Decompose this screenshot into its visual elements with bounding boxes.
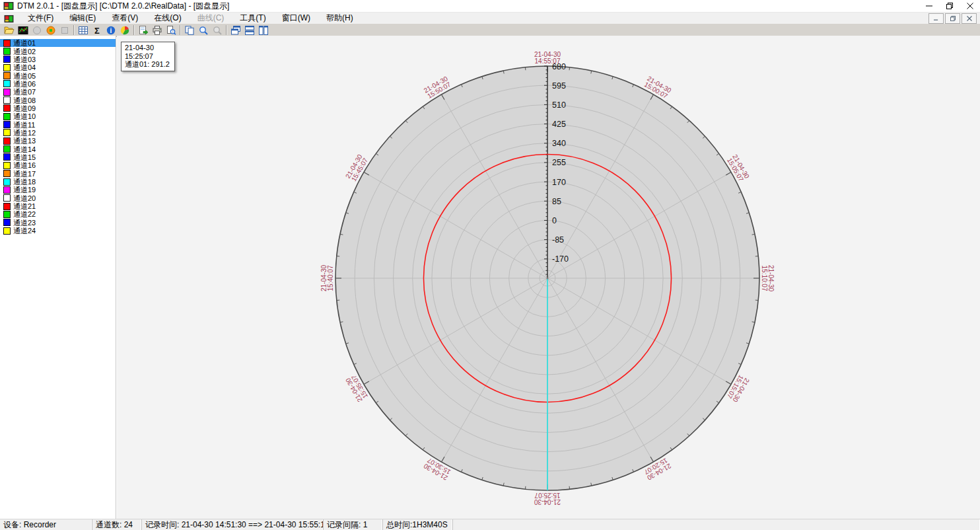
channel-label: 通道16 [13, 161, 36, 169]
channel-color-swatch [3, 145, 11, 153]
channel-color-swatch [3, 178, 11, 186]
channel-item-06[interactable]: 通道06 [0, 80, 116, 88]
menu-item-3[interactable]: 查看(V) [104, 12, 146, 24]
channel-color-swatch [3, 219, 11, 226]
open-folder-button[interactable] [2, 24, 16, 36]
channel-item-12[interactable]: 通道12 [0, 129, 116, 137]
channel-item-14[interactable]: 通道14 [0, 145, 116, 153]
menu-item-1[interactable]: 文件(F) [20, 12, 61, 24]
status-bar: 设备: Recorder通道数: 24记录时间: 21-04-30 14:51:… [0, 519, 980, 530]
find-next-button [210, 24, 224, 36]
svg-text:i: i [110, 26, 112, 34]
tooltip-time: 15:25:07 [125, 52, 170, 61]
polar-chart[interactable]: 680595510425340255170850-85-17021-04-301… [117, 36, 980, 519]
channel-item-09[interactable]: 通道09 [0, 104, 116, 112]
sum-button[interactable]: Σ [90, 24, 104, 36]
sum-icon: Σ [92, 25, 102, 36]
menu-item-2[interactable]: 编辑(E) [61, 12, 104, 24]
channel-item-04[interactable]: 通道04 [0, 63, 116, 71]
channel-color-swatch [3, 80, 11, 87]
data-table-button[interactable] [76, 24, 90, 36]
mdi-child-icon[interactable] [4, 14, 15, 22]
channel-label: 通道05 [13, 72, 36, 80]
copy-button[interactable] [182, 24, 196, 36]
axis-tick-label: 85 [552, 197, 561, 206]
channel-item-08[interactable]: 通道08 [0, 96, 116, 104]
channel-label: 通道24 [13, 227, 36, 235]
tile-horizontal-button[interactable] [242, 24, 256, 36]
menu-item-4[interactable]: 在线(O) [146, 12, 189, 24]
channel-item-07[interactable]: 通道07 [0, 88, 116, 96]
mdi-close-button[interactable] [962, 13, 977, 24]
channel-item-22[interactable]: 通道22 [0, 210, 116, 218]
channel-item-16[interactable]: 通道16 [0, 161, 116, 169]
close-button[interactable] [960, 0, 980, 12]
channel-label: 通道07 [13, 88, 36, 96]
channel-label: 通道13 [13, 137, 36, 145]
info-button[interactable]: i [104, 24, 118, 36]
axis-tick-label: 340 [552, 139, 566, 148]
channel-item-01[interactable]: 通道01 [0, 39, 116, 47]
menu-item-6[interactable]: 工具(T) [232, 12, 273, 24]
channel-label: 通道23 [13, 219, 36, 227]
channel-item-05[interactable]: 通道05 [0, 71, 116, 79]
channel-color-swatch [3, 48, 11, 55]
channel-label: 通道09 [13, 104, 36, 112]
record-active-button[interactable] [44, 24, 57, 36]
toolbar: Σi [0, 24, 980, 37]
axis-tick-label: -170 [552, 254, 569, 264]
channel-item-24[interactable]: 通道24 [0, 227, 116, 235]
print-preview-button[interactable] [164, 24, 178, 36]
print-preview-icon [166, 25, 176, 36]
toolbar-separator [73, 25, 74, 35]
find-button[interactable] [196, 24, 210, 36]
tooltip-channel-value: 通道01: 291.2 [125, 60, 170, 69]
record-active-icon [46, 25, 56, 36]
time-label: 21-04-3015:40:07 [320, 265, 334, 291]
channel-label: 通道20 [13, 194, 36, 202]
channel-color-swatch [3, 104, 11, 112]
restore-button[interactable] [939, 0, 960, 12]
channel-item-23[interactable]: 通道23 [0, 219, 116, 227]
mdi-restore-button[interactable] [945, 13, 960, 24]
pie-chart-button[interactable] [118, 24, 131, 36]
channel-item-13[interactable]: 通道13 [0, 137, 116, 145]
menu-item-8[interactable]: 帮助(H) [318, 12, 361, 24]
time-label: 21-04-3014:55:07 [534, 51, 561, 65]
status-segment-1: 设备: Recorder [0, 519, 92, 530]
tile-vertical-button[interactable] [256, 24, 270, 36]
channel-label: 通道12 [13, 129, 36, 137]
channel-item-17[interactable]: 通道17 [0, 170, 116, 178]
tile-horizontal-icon [244, 25, 255, 36]
status-segment-5: 总时间:1H3M40S [383, 519, 453, 530]
channel-item-21[interactable]: 通道21 [0, 202, 116, 210]
mdi-minimize-button[interactable] [928, 13, 944, 24]
channel-item-11[interactable]: 通道11 [0, 120, 116, 128]
channel-label: 通道21 [13, 202, 36, 210]
channel-label: 通道01 [13, 39, 36, 47]
channel-item-15[interactable]: 通道15 [0, 153, 116, 161]
record-idle-icon [32, 25, 42, 36]
channel-item-20[interactable]: 通道20 [0, 194, 116, 202]
channel-color-swatch [3, 72, 11, 79]
channel-label: 通道02 [13, 48, 36, 56]
channel-label: 通道18 [13, 178, 36, 186]
pie-chart-icon [120, 25, 130, 36]
time-label: 21-04-3015:10:07 [761, 265, 775, 291]
channel-label: 通道19 [13, 186, 36, 194]
export-icon [138, 25, 149, 36]
cascade-windows-button[interactable] [228, 24, 242, 36]
channel-item-02[interactable]: 通道02 [0, 47, 116, 55]
channel-item-10[interactable]: 通道10 [0, 112, 116, 120]
curve-display-button[interactable] [16, 24, 30, 36]
channel-item-18[interactable]: 通道18 [0, 178, 116, 186]
export-button[interactable] [136, 24, 150, 36]
minimize-button[interactable] [919, 0, 939, 12]
menu-items: 文件(F)编辑(E)查看(V)在线(O)曲线(C)工具(T)窗口(W)帮助(H) [20, 12, 361, 24]
menu-item-7[interactable]: 窗口(W) [274, 12, 318, 24]
print-button[interactable] [150, 24, 164, 36]
channel-item-03[interactable]: 通道03 [0, 56, 116, 63]
channel-item-19[interactable]: 通道19 [0, 186, 116, 194]
stop-icon [59, 25, 70, 36]
channel-color-swatch [3, 227, 11, 235]
